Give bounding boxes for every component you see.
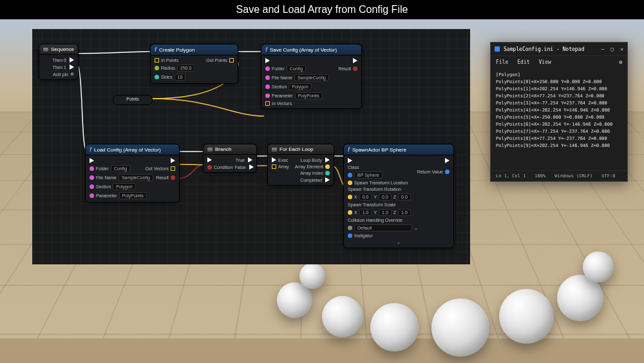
pin-condition[interactable]: Condition: [214, 165, 233, 170]
status-cursor-pos: Ln 1, Col 1: [496, 173, 526, 179]
viewport-3d: Sequence Then 0 Then 1 Add pin⊕ fCreate …: [0, 19, 644, 363]
status-zoom: 100%: [535, 173, 545, 179]
reroute-points[interactable]: Points: [113, 95, 153, 105]
pin-folder[interactable]: Folder: [272, 66, 285, 71]
pin-true[interactable]: True: [236, 158, 245, 162]
sphere: [499, 289, 554, 344]
node-create-polygon[interactable]: fCreate Polygon In Points Out Points Rad…: [150, 44, 238, 84]
node-load-config[interactable]: fLoad Config (Array of Vector) FolderCon…: [85, 144, 180, 202]
parameter-value[interactable]: PolyPoints: [295, 92, 323, 99]
pin-out-points[interactable]: Out Points: [206, 58, 227, 63]
close-icon[interactable]: ✕: [620, 46, 623, 52]
menu-view[interactable]: View: [539, 59, 551, 65]
node-for-each-loop[interactable]: For Each Loop ExecLoop Body ArrayArray E…: [267, 144, 334, 186]
loop-icon: [272, 148, 277, 152]
sphere: [431, 299, 489, 357]
maximize-icon[interactable]: ▢: [611, 46, 614, 52]
chevron-down-icon[interactable]: ⌄: [397, 240, 401, 245]
pin-radius[interactable]: Radius: [161, 66, 175, 70]
node-save-config[interactable]: fSave Config (Array of Vector) FolderCon…: [261, 44, 362, 109]
sequence-icon: [43, 48, 48, 52]
blueprint-graph[interactable]: Sequence Then 0 Then 1 Add pin⊕ fCreate …: [32, 29, 470, 264]
node-spawn-actor[interactable]: fSpawnActor BP Sphere Class BP Sphere Re…: [343, 144, 454, 248]
pin-completed[interactable]: Completed: [300, 178, 322, 182]
pin-spawn-scale-label: Spawn Transform Scale: [348, 202, 450, 207]
pin-out-vectors[interactable]: Out Vectors: [145, 166, 169, 171]
pin-false[interactable]: False: [235, 165, 246, 170]
rot-y[interactable]: 0.0: [379, 193, 392, 201]
pin-parameter[interactable]: Parameter: [96, 193, 117, 198]
notepad-statusbar: Ln 1, Col 1 100% Windows (CRLF) UTF-8: [491, 170, 627, 181]
pin-section[interactable]: Section: [96, 184, 111, 189]
pin-loop-body[interactable]: Loop Body: [301, 158, 322, 162]
folder-value[interactable]: Config: [287, 65, 306, 72]
pin-array-element[interactable]: Array Element: [295, 164, 323, 169]
rot-x[interactable]: 0.0: [359, 193, 372, 201]
notepad-titlebar[interactable]: SampleConfig.ini - Notepad — ▢ ✕: [491, 43, 627, 56]
pin-then1[interactable]: Then 1: [52, 65, 66, 70]
status-eol: Windows (CRLF): [554, 173, 592, 179]
filename-value[interactable]: SampleConfig: [294, 74, 329, 81]
class-value[interactable]: BP Sphere: [354, 172, 383, 179]
pin-instigator[interactable]: Instigator: [354, 233, 373, 238]
scale-x[interactable]: 1.0: [359, 209, 372, 216]
scale-y[interactable]: 1.0: [379, 209, 392, 216]
node-title: Load Config (Array of Vector): [94, 147, 161, 153]
collision-value[interactable]: Default: [354, 224, 412, 231]
node-title: Branch: [215, 146, 231, 152]
function-icon: f: [265, 46, 267, 53]
sphere: [322, 296, 363, 337]
pin-then0[interactable]: Then 0: [52, 58, 66, 63]
menu-edit[interactable]: Edit: [517, 59, 529, 65]
pin-parameter[interactable]: Parameter: [272, 93, 293, 98]
add-pin-button[interactable]: Add pin: [53, 72, 68, 77]
sphere: [583, 251, 614, 282]
chevron-down-icon[interactable]: ⌄: [414, 226, 418, 231]
sphere: [370, 303, 419, 351]
node-title: Create Polygon: [159, 47, 194, 53]
function-icon: f: [348, 146, 350, 153]
parameter-value[interactable]: PolyPoints: [119, 192, 147, 199]
function-icon: f: [155, 46, 156, 53]
filename-value[interactable]: SampleConfig: [118, 174, 153, 181]
pin-in-points[interactable]: In Points: [161, 58, 178, 63]
node-title: Sequence: [51, 46, 74, 52]
folder-value[interactable]: Config: [111, 165, 130, 172]
node-title: For Each Loop: [279, 146, 313, 152]
node-branch[interactable]: Branch True ConditionFalse: [203, 144, 257, 173]
minimize-icon[interactable]: —: [601, 46, 605, 52]
menu-file[interactable]: File: [496, 59, 508, 65]
notepad-window[interactable]: SampleConfig.ini - Notepad — ▢ ✕ File Ed…: [490, 42, 628, 182]
pin-in-vectors[interactable]: In Vectors: [272, 101, 292, 106]
pin-sides[interactable]: Sides: [161, 75, 173, 79]
gear-icon[interactable]: ⚙: [619, 59, 622, 65]
section-value[interactable]: Polygon: [289, 83, 311, 90]
pin-folder[interactable]: Folder: [96, 166, 109, 171]
notepad-icon: [495, 46, 500, 52]
scale-z[interactable]: 1.0: [398, 209, 411, 216]
pin-section[interactable]: Section: [272, 84, 287, 89]
pin-collision-label: Collision Handling Override: [348, 218, 450, 222]
rot-z[interactable]: 0.0: [398, 193, 411, 201]
pin-spawn-location[interactable]: Spawn Transform Location: [354, 181, 408, 185]
pin-exec[interactable]: Exec: [278, 158, 289, 162]
node-sequence[interactable]: Sequence Then 0 Then 1 Add pin⊕: [39, 44, 79, 80]
pin-return-value[interactable]: Return Value: [417, 170, 443, 174]
pin-array[interactable]: Array: [278, 164, 289, 169]
function-icon: f: [90, 146, 91, 153]
notepad-content[interactable]: [Polygon] PolyPoints[0]=X=250.000 Y=0.00…: [491, 68, 627, 153]
notepad-title: SampleConfig.ini - Notepad: [504, 46, 584, 52]
node-title: Save Config (Array of Vector): [270, 47, 337, 53]
notepad-menu: File Edit View ⚙: [491, 56, 627, 68]
pin-result[interactable]: Result: [156, 175, 169, 180]
pin-result[interactable]: Result: [338, 66, 351, 71]
radius-value[interactable]: 250.0: [177, 64, 195, 72]
pin-filename[interactable]: File Name: [96, 175, 117, 180]
pin-spawn-rotation-label: Spawn Transform Rotation: [348, 187, 450, 191]
section-value[interactable]: Polygon: [113, 183, 135, 190]
pin-class[interactable]: Class: [348, 165, 359, 170]
sphere: [299, 263, 325, 289]
pin-array-index[interactable]: Array Index: [300, 171, 323, 175]
sides-value[interactable]: 10: [175, 74, 186, 81]
pin-filename[interactable]: File Name: [272, 75, 292, 80]
